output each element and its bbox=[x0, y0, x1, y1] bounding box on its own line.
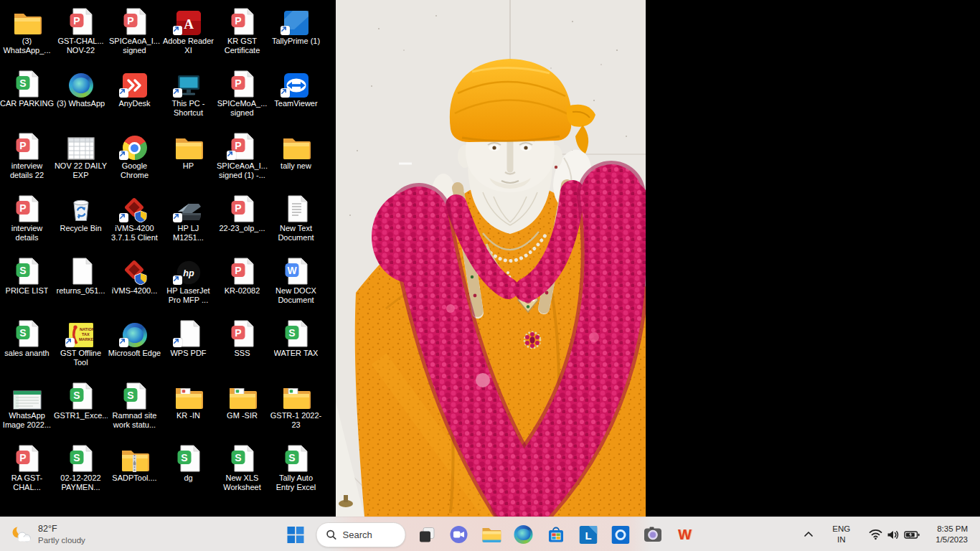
language-line1: ENG bbox=[832, 524, 850, 534]
text-icon bbox=[285, 195, 308, 222]
desktop-icon[interactable]: iVMS-4200 3.7.1.5 Client bbox=[108, 189, 161, 252]
taskbar-file-explorer-button[interactable] bbox=[477, 519, 506, 550]
desktop-icon[interactable]: hpHP LaserJet Pro MFP ... bbox=[161, 252, 215, 314]
desktop-icon[interactable]: SADPTool.... bbox=[108, 439, 161, 501]
desktop-icon[interactable]: WPS PDF bbox=[161, 314, 215, 377]
taskbar-chat-button[interactable] bbox=[445, 519, 473, 550]
desktop-icon[interactable]: PSSS bbox=[215, 314, 269, 377]
desktop-icon[interactable]: PKR GST Certificate bbox=[215, 2, 269, 65]
svg-text:P: P bbox=[235, 202, 241, 214]
svg-text:P: P bbox=[235, 327, 241, 339]
desktop-icon[interactable]: PSPICeAoA_I... signed (1) -... bbox=[215, 127, 269, 189]
desktop-icon[interactable]: iVMS-4200... bbox=[108, 252, 161, 314]
shortcut-arrow-icon bbox=[173, 88, 182, 98]
clock[interactable]: 8:35 PM 1/5/2023 bbox=[931, 522, 972, 547]
desktop-icon[interactable]: GM -SIR bbox=[215, 377, 269, 439]
desktop-icon[interactable]: KR -IN bbox=[161, 377, 215, 439]
taskbar-camera-button[interactable] bbox=[639, 519, 667, 550]
desktop-icon[interactable]: NATIONTAXMARKETGST Offline Tool bbox=[54, 314, 108, 377]
excel-icon: S bbox=[16, 320, 39, 347]
desktop-icon[interactable]: Microsoft Edge bbox=[108, 314, 161, 377]
desktop-icon[interactable]: SCAR PARKING bbox=[0, 65, 54, 127]
desktop-icon[interactable]: GSTR-1 2022-23 bbox=[269, 377, 323, 439]
desktop-icon[interactable]: Ssales ananth bbox=[0, 314, 54, 377]
edge-icon bbox=[514, 525, 533, 544]
desktop-icon[interactable]: PSPICeMoA_... signed bbox=[215, 65, 269, 127]
excel-icon: S bbox=[70, 382, 93, 410]
desktop-icon[interactable]: S02-12-2022 PAYMEN... bbox=[54, 439, 108, 501]
battery-charging-icon bbox=[904, 530, 920, 540]
desktop-icon[interactable]: PGST-CHAL... NOV-22 bbox=[54, 2, 108, 65]
ivms-icon bbox=[122, 259, 148, 285]
desktop-icon[interactable]: SWATER TAX bbox=[269, 314, 323, 377]
svg-text:P: P bbox=[235, 77, 241, 89]
taskbar-microsoft-store-button[interactable] bbox=[542, 519, 570, 550]
desktop-icon[interactable]: Sdg bbox=[161, 439, 215, 501]
desktop-icon[interactable]: SNew XLS Worksheet bbox=[215, 439, 269, 501]
desktop-icon[interactable]: PKR-02082 bbox=[215, 252, 269, 314]
weather-condition: Partly cloudy bbox=[38, 535, 85, 545]
taskbar-wps-office-button[interactable]: WW bbox=[671, 519, 699, 550]
desktop-icon[interactable]: P22-23_olp_... bbox=[215, 189, 269, 252]
desktop-icon[interactable]: SPRICE LIST bbox=[0, 252, 54, 314]
excel-icon: S bbox=[70, 445, 93, 472]
desktop-icon-label: HP LJ M1251... bbox=[161, 224, 215, 242]
desktop-icon[interactable]: HP bbox=[161, 127, 215, 189]
desktop-icon[interactable]: (3) WhatsApp bbox=[54, 65, 108, 127]
desktop-icon[interactable]: Pinterview details 22 bbox=[0, 127, 54, 189]
desktop-icon-label: WATER TAX bbox=[274, 349, 319, 358]
desktop-icon[interactable]: PRA GST-CHAL... bbox=[0, 439, 54, 501]
desktop-icon-label: TeamViewer bbox=[274, 99, 317, 108]
search-box[interactable]: Search bbox=[316, 522, 406, 547]
taskbar-edge-button[interactable] bbox=[509, 519, 538, 550]
task-view-icon bbox=[418, 526, 435, 544]
desktop-icon[interactable]: PSPICeAoA_I... signed bbox=[108, 2, 161, 65]
desktop-icon[interactable]: Pinterview details bbox=[0, 189, 54, 252]
desktop-icon[interactable]: Google Chrome bbox=[108, 127, 161, 189]
desktop-icon[interactable]: returns_051... bbox=[54, 252, 108, 314]
shortcut-arrow-icon bbox=[281, 88, 290, 98]
shortcut-arrow-icon bbox=[173, 213, 182, 222]
desktop-icon-label: returns_051... bbox=[57, 286, 105, 296]
hidden-icons-button[interactable] bbox=[799, 520, 818, 549]
desktop-icon[interactable]: STally Auto Entry Excel bbox=[269, 439, 323, 501]
svg-text:hp: hp bbox=[183, 268, 194, 278]
desktop-icon[interactable]: NOV 22 DAILY EXP bbox=[54, 127, 108, 189]
svg-text:S: S bbox=[19, 77, 26, 89]
desktop-icon-label: interview details 22 bbox=[0, 161, 54, 180]
l-app-icon: L bbox=[579, 526, 597, 544]
weather-widget[interactable]: 82°F Partly cloudy bbox=[0, 517, 95, 551]
desktop-icon-label: iVMS-4200 3.7.1.5 Client bbox=[108, 224, 161, 242]
desktop-icon[interactable]: HP LJ M1251... bbox=[161, 189, 215, 252]
desktop-icon[interactable]: Recycle Bin bbox=[54, 189, 108, 252]
desktop-icon[interactable]: (3) WhatsApp_... bbox=[0, 2, 54, 65]
language-indicator[interactable]: ENG IN bbox=[826, 522, 856, 547]
desktop-icon[interactable]: TallyPrime (1) bbox=[269, 2, 323, 65]
clock-time: 8:35 PM bbox=[937, 524, 968, 534]
taskbar-l-app-button[interactable]: L bbox=[574, 519, 603, 550]
desktop-icon[interactable]: tally new bbox=[269, 127, 323, 189]
desktop-icon-label: TallyPrime (1) bbox=[272, 37, 320, 46]
desktop-icon-label: PRICE LIST bbox=[6, 286, 49, 296]
desktop-icon[interactable]: WhatsApp Image 2022... bbox=[0, 377, 54, 439]
desktop-icon[interactable]: WNew DOCX Document bbox=[269, 252, 323, 314]
shortcut-arrow-icon bbox=[119, 151, 128, 160]
desktop-icon[interactable]: AAdobe Reader XI bbox=[161, 2, 215, 65]
quick-settings-button[interactable] bbox=[863, 524, 925, 545]
start-button[interactable] bbox=[281, 519, 310, 550]
desktop-icon[interactable]: This PC - Shortcut bbox=[161, 65, 215, 127]
desktop-icon-label: New DOCX Document bbox=[269, 286, 323, 305]
desktop-icon-label: KR GST Certificate bbox=[215, 37, 269, 55]
desktop-icon[interactable]: SRamnad site work statu... bbox=[108, 377, 161, 439]
sai-baba-statue-illustration bbox=[336, 0, 646, 517]
desktop-icon[interactable]: New Text Document bbox=[269, 189, 323, 252]
pdf-icon: P bbox=[231, 195, 254, 222]
taskbar-cortana-button[interactable] bbox=[606, 519, 635, 550]
desktop-icon-label: dg bbox=[184, 474, 192, 483]
desktop-icon[interactable]: SGSTR1_Exce... bbox=[54, 377, 108, 439]
wifi-icon bbox=[869, 529, 882, 540]
desktop-icon[interactable]: TeamViewer bbox=[269, 65, 323, 127]
svg-text:P: P bbox=[19, 452, 26, 463]
taskbar-task-view-button[interactable] bbox=[413, 519, 441, 550]
desktop-icon[interactable]: AnyDesk bbox=[108, 65, 161, 127]
